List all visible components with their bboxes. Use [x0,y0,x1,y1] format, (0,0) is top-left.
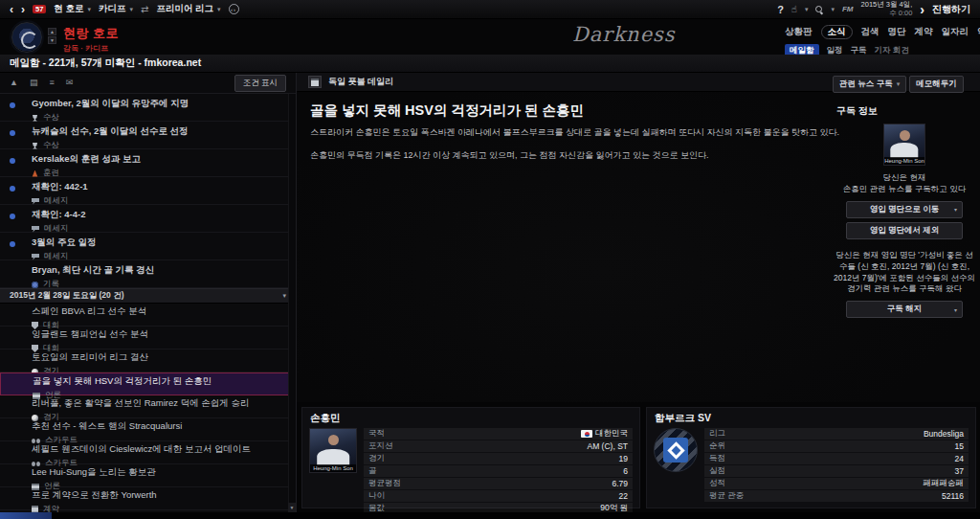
club-tab[interactable]: 카디프▾ [99,3,133,15]
club-name: 함부르크 SV [647,408,975,428]
mail-list-item[interactable]: Lee Hui-Sung을 노리는 황보관언론 [0,464,296,487]
mail-list-item[interactable]: 재확인: 442-1메세지 [0,177,296,205]
unread-count-badge: 57 [33,5,46,14]
back-icon[interactable]: ‹ [10,4,13,15]
menu-item-3[interactable]: 명단 [888,26,906,38]
filter-button[interactable]: 조건 표시 [234,75,286,92]
mail-list-item[interactable]: Gyomber, 2월의 이달의 유망주에 지명수상 [0,94,296,122]
chevron-down-icon: ▾ [831,6,835,13]
inbox-toolbar: ▲ ▤ ≡ ✉ 조건 표시 [0,73,296,94]
medal-icon [32,282,38,288]
row-value: 24 [955,454,964,463]
trophy-icon [32,143,38,149]
mail-list-item[interactable]: 프로 계약으로 전환한 Yorwerth계약 [0,487,296,510]
manager-tab[interactable]: 현 호로▾ [54,3,91,15]
menu-item-5[interactable]: 일자리 [942,26,969,38]
mail-list-item[interactable]: Bryan, 최단 시간 골 기록 경신기록 [0,260,296,288]
archive-icon[interactable]: ▤ [30,79,38,87]
mail-list-item[interactable]: 셰필드 웬즈데이의 Cieslewicz에 대한 보고서 업데이트스카우트 [0,441,296,464]
memo-button[interactable]: 메모해두기 [909,76,964,93]
mail-list: Gyomber, 2월의 이달의 유망주에 지명수상뉴캐슬의 선수, 2월 이달… [0,94,296,512]
skin-brand-logo: Darkness [572,23,676,46]
article-paragraph: 스트라이커 손흥민은 토요일 폭스바겐 아레나에서 볼프스부르크를 상대로 골을… [310,126,846,140]
hand-icon[interactable]: ☝ [791,4,797,14]
mail-item-title: 골을 넣지 못해 HSV의 걱정거리가 된 손흥민 [33,375,287,388]
chat-icon [32,226,39,233]
player-photo-caption: Heung-Min Son [884,157,924,165]
continue-icon[interactable]: › [920,3,924,16]
chevron-down-icon[interactable]: ▼ [48,36,56,44]
scroll-down-icon[interactable]: ▼ [288,503,296,512]
row-value: AM (C), ST [588,441,629,451]
newspaper-icon [308,76,322,88]
help-icon[interactable]: ? [777,4,784,15]
menu-item-0[interactable]: 상황판 [785,26,813,38]
row-label: 리그 [709,428,725,440]
inbox-sidebar: ▲ ▤ ≡ ✉ 조건 표시 Gyomber, 2월의 이달의 유망주에 지명수상… [0,73,297,512]
mail-list-item[interactable]: 골을 넣지 못해 HSV의 걱정거리가 된 손흥민언론 [0,372,296,395]
menu-item-2[interactable]: 검색 [861,26,880,38]
cone-icon [32,170,38,177]
menu-item-4[interactable]: 계약 [915,26,933,38]
mail-list-item[interactable]: 스페인 BBVA 리그 선수 분석대회 [0,304,296,327]
mail-list-item[interactable]: 추천 선수 - 웨스트 햄의 Stracqualursi스카우트 [0,418,296,441]
move-to-shortlist-button[interactable]: 영입 명단으로 이동 ▾ [846,201,963,218]
chevron-down-icon: ▾ [217,6,221,13]
menu-item-1[interactable]: 소식 [821,25,853,39]
mail-list-item[interactable]: 3월의 주요 일정메세지 [0,233,296,260]
continue-button[interactable]: 진행하기 [932,3,970,16]
mail-item-title: 토요일의 프리미어 리그 결산 [32,351,288,364]
club-info-panel[interactable]: 함부르크 SV 리그Bundesliga순위15득점24실점37성적패패패승패평… [646,407,976,508]
subscribe-news-button[interactable]: 관련 뉴스 구독 ▾ [833,76,906,93]
mail-list-item[interactable]: 리버풀, 좋은 활약을 선보인 Ramirez 덕에 손쉽게 승리경기 [0,395,296,418]
club-crest[interactable] [11,22,42,53]
unsubscribe-button[interactable]: 구독 해지 ▾ [846,301,963,318]
globe-icon[interactable]: ‹› [229,4,239,14]
mail-list-item[interactable]: 재확인: 4-4-2메세지 [0,205,296,233]
player-info-panel[interactable]: 손흥민 Heung-Min Son 국적대한민국포지션AM (C), ST경기1… [301,407,640,508]
article-pane: 독일 풋볼 데일리 골을 넣지 못해 HSV의 걱정거리가 된 손흥민 스트라이… [297,73,980,402]
korea-flag-icon [581,430,592,438]
search-icon[interactable] [815,6,823,13]
row-value: 대한민국 [581,428,628,440]
mail-item-title: Kerslake의 훈련 성과 보고 [32,153,288,166]
row-label: 나이 [368,490,385,502]
chevron-down-icon: ▾ [87,6,91,13]
mail-list-item[interactable]: 뉴캐슬의 선수, 2월 이달의 선수로 선정수상 [0,122,296,149]
mail-list-item[interactable]: 잉글랜드 챔피언십 선수 분석대회 [0,327,296,350]
collapse-icon[interactable]: ▲ [10,79,18,87]
subscription-title: 구독 정보 [836,104,878,118]
swap-icon[interactable]: ⇄ [141,4,148,14]
row-value: 6 [623,466,628,476]
article-source: 독일 풋볼 데일리 [328,76,393,88]
mail-list-item[interactable]: 토요일의 프리미어 리그 결산경기 [0,350,296,372]
contract-icon [32,506,38,512]
unread-dot [10,102,15,108]
player-name: 손흥민 [302,408,639,428]
mail-date-group-header[interactable]: 2015년 2월 28일 토요일 (20 건)▾ [0,288,296,304]
player-row-5: 나이22 [364,490,633,502]
club-row-2: 득점24 [704,453,969,464]
league-tab[interactable]: 프리미어 리그▾ [156,3,220,15]
chevron-up-icon[interactable]: ▲ [48,28,56,35]
row-label: 포지션 [368,440,393,452]
row-label: 평균 관중 [709,490,744,502]
club-row-3: 실점37 [704,465,969,477]
club-row-0: 리그Bundesliga [704,428,969,440]
mail-item-title: 뉴캐슬의 선수, 2월 이달의 선수로 선정 [32,125,288,138]
mail-item-title: Gyomber, 2월의 이달의 유망주에 지명 [32,98,288,110]
bottom-strip [0,512,980,519]
sidebar-scrollbar[interactable]: ▼ [288,94,296,512]
mail-item-title: 추천 선수 - 웨스트 햄의 Stracqualursi [32,420,288,433]
mail-list-item[interactable]: Kerslake의 훈련 성과 보고훈련 [0,149,296,177]
main-menus: 상황판소식검색명단계약일자리역사 메일함일정구독기자 회견 [785,25,976,57]
remove-from-shortlist-button[interactable]: 영입 명단에서 제외 [846,222,963,239]
forward-icon[interactable]: › [21,4,25,15]
row-value: Bundesliga [924,429,964,439]
crest-stepper[interactable]: ▲ ▼ [48,28,56,44]
row-label: 성적 [709,478,725,489]
player-row-3: 골6 [364,465,633,477]
mail-icon[interactable]: ✉ [66,79,74,87]
chevron-down-icon: ▾ [954,306,957,313]
list-icon[interactable]: ≡ [49,79,54,87]
